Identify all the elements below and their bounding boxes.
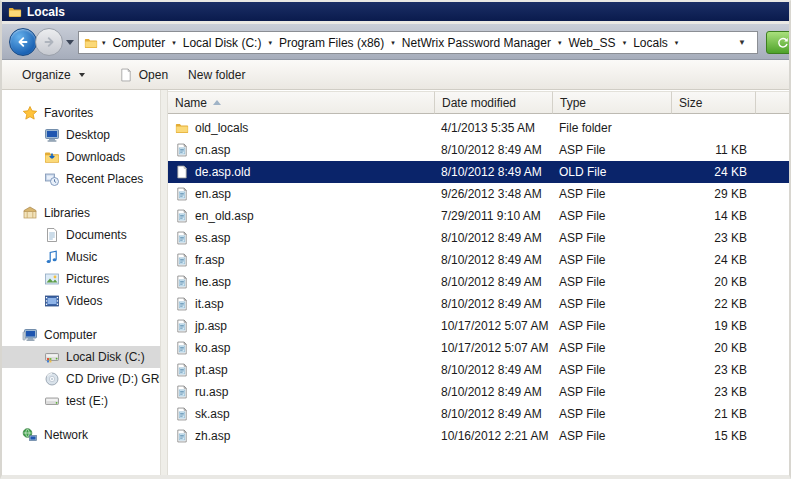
row-filler — [756, 117, 789, 139]
window-title: Locals — [27, 5, 65, 19]
sidebar-item-desktop[interactable]: Desktop — [2, 124, 160, 146]
file-name-cell: pt.asp — [168, 359, 435, 381]
breadcrumb-separator-icon[interactable]: ▾ — [387, 39, 399, 47]
title-bar[interactable]: Locals — [2, 2, 789, 21]
file-name-cell: ko.asp — [168, 337, 435, 359]
asp-file-icon — [175, 143, 189, 157]
address-history-dropdown-icon[interactable]: ▼ — [732, 38, 752, 47]
table-row-fr-asp[interactable]: fr.asp8/10/2012 8:49 AMASP File24 KB — [168, 249, 789, 271]
computer-icon — [22, 327, 38, 343]
sidebar-item-recent-places[interactable]: Recent Places — [2, 168, 160, 190]
address-bar[interactable]: ▾Computer▾Local Disk (C:)▾Program Files … — [78, 31, 758, 54]
sidebar-item-label: Documents — [66, 228, 127, 242]
back-button[interactable] — [9, 28, 37, 56]
sidebar-item-network[interactable]: Network — [2, 424, 160, 446]
column-header-label: Type — [560, 96, 586, 110]
file-name: ko.asp — [195, 337, 230, 359]
folder-icon — [175, 121, 189, 135]
table-row-it-asp[interactable]: it.asp8/10/2012 8:49 AMASP File22 KB — [168, 293, 789, 315]
drive-icon — [44, 393, 60, 409]
explorer-window: Locals ▾Computer▾Local Disk (C:)▾Program… — [0, 0, 791, 479]
file-name: en.asp — [195, 183, 231, 205]
breadcrumb-item-locals[interactable]: Locals — [630, 36, 671, 50]
row-filler — [756, 425, 789, 447]
navigation-bar: ▾Computer▾Local Disk (C:)▾Program Files … — [2, 24, 789, 60]
table-row-old-locals[interactable]: old_locals4/1/2013 5:35 AMFile folder — [168, 117, 789, 139]
star-icon — [22, 105, 38, 121]
breadcrumb-item-program-files-x86[interactable]: Program Files (x86) — [276, 36, 387, 50]
breadcrumb-item-web-ss[interactable]: Web_SS — [565, 36, 618, 50]
libraries-icon — [22, 205, 38, 221]
breadcrumb-separator-icon[interactable]: ▾ — [554, 39, 566, 47]
table-row-jp-asp[interactable]: jp.asp10/17/2012 5:07 AMASP File19 KB — [168, 315, 789, 337]
sidebar-item-music[interactable]: Music — [2, 246, 160, 268]
table-row-en-old-asp[interactable]: en_old.asp7/29/2011 9:10 AMASP File14 KB — [168, 205, 789, 227]
table-row-ko-asp[interactable]: ko.asp10/17/2012 5:07 AMASP File20 KB — [168, 337, 789, 359]
sidebar-item-computer[interactable]: Computer — [2, 324, 160, 346]
file-type: ASP File — [553, 271, 672, 293]
file-name: en_old.asp — [195, 205, 254, 227]
sidebar-item-local-disk-c[interactable]: Local Disk (C:) — [2, 346, 160, 368]
sidebar-item-pictures[interactable]: Pictures — [2, 268, 160, 290]
forward-arrow-icon — [41, 34, 57, 50]
row-filler — [756, 227, 789, 249]
sidebar-item-label: Downloads — [66, 150, 125, 164]
breadcrumb-item-computer[interactable]: Computer — [110, 36, 169, 50]
file-name: es.asp — [195, 227, 230, 249]
sidebar-item-videos[interactable]: Videos — [2, 290, 160, 312]
breadcrumb-separator-icon[interactable]: ▾ — [671, 39, 683, 47]
sidebar-item-libraries[interactable]: Libraries — [2, 202, 160, 224]
file-name: pt.asp — [195, 359, 228, 381]
table-row-es-asp[interactable]: es.asp8/10/2012 8:49 AMASP File23 KB — [168, 227, 789, 249]
asp-file-icon — [175, 297, 189, 311]
sidebar-item-test-e[interactable]: test (E:) — [2, 390, 160, 412]
breadcrumb-item-local-disk-c[interactable]: Local Disk (C:) — [180, 36, 265, 50]
sidebar-item-downloads[interactable]: Downloads — [2, 146, 160, 168]
sidebar-item-label: Local Disk (C:) — [66, 350, 145, 364]
file-type: ASP File — [553, 315, 672, 337]
sidebar-item-label: Recent Places — [66, 172, 143, 186]
pane-separator[interactable] — [160, 90, 168, 475]
column-header-name[interactable]: Name — [168, 91, 435, 114]
new-folder-label: New folder — [188, 68, 245, 82]
new-folder-button[interactable]: New folder — [180, 64, 253, 86]
desktop-icon — [44, 127, 60, 143]
table-row-ru-asp[interactable]: ru.asp8/10/2012 8:49 AMASP File23 KB — [168, 381, 789, 403]
breadcrumb-separator-icon[interactable]: ▾ — [98, 39, 110, 47]
file-name: old_locals — [195, 117, 248, 139]
column-header-date-modified[interactable]: Date modified — [435, 91, 553, 114]
breadcrumb-separator-icon[interactable]: ▾ — [264, 39, 276, 47]
file-date: 4/1/2013 5:35 AM — [435, 117, 553, 139]
breadcrumb-item-netwrix-password-manager[interactable]: NetWrix Password Manager — [399, 36, 554, 50]
sidebar-item-label: Favorites — [44, 106, 93, 120]
breadcrumb-separator-icon[interactable]: ▾ — [619, 39, 631, 47]
recent-pages-dropdown-icon[interactable] — [66, 40, 74, 45]
file-name: it.asp — [195, 293, 224, 315]
pictures-icon — [44, 271, 60, 287]
column-header-size[interactable]: Size — [672, 91, 756, 114]
column-header-label: Size — [679, 96, 702, 110]
table-row-he-asp[interactable]: he.asp8/10/2012 8:49 AMASP File20 KB — [168, 271, 789, 293]
forward-button[interactable] — [35, 28, 63, 56]
sidebar-item-documents[interactable]: Documents — [2, 224, 160, 246]
file-size: 24 KB — [672, 161, 756, 183]
table-row-zh-asp[interactable]: zh.asp10/16/2012 2:21 AMASP File15 KB — [168, 425, 789, 447]
back-arrow-icon — [15, 34, 31, 50]
file-name: sk.asp — [195, 403, 230, 425]
organize-button[interactable]: Organize — [14, 64, 93, 86]
refresh-button[interactable] — [766, 31, 791, 54]
table-row-de-asp-old[interactable]: de.asp.old8/10/2012 8:49 AMOLD File24 KB — [168, 161, 789, 183]
file-name: fr.asp — [195, 249, 224, 271]
sidebar-item-cd-drive-d-grmsxf[interactable]: CD Drive (D:) GRMSXF — [2, 368, 160, 390]
breadcrumb-separator-icon[interactable]: ▾ — [168, 39, 180, 47]
column-header-type[interactable]: Type — [553, 91, 672, 114]
sidebar-item-favorites[interactable]: Favorites — [2, 102, 160, 124]
file-name: he.asp — [195, 271, 231, 293]
file-size: 23 KB — [672, 381, 756, 403]
open-button[interactable]: Open — [111, 64, 176, 86]
table-row-cn-asp[interactable]: cn.asp8/10/2012 8:49 AMASP File11 KB — [168, 139, 789, 161]
table-row-pt-asp[interactable]: pt.asp8/10/2012 8:49 AMASP File23 KB — [168, 359, 789, 381]
table-row-en-asp[interactable]: en.asp9/26/2012 3:48 AMASP File29 KB — [168, 183, 789, 205]
file-name-cell: jp.asp — [168, 315, 435, 337]
table-row-sk-asp[interactable]: sk.asp8/10/2012 8:49 AMASP File21 KB — [168, 403, 789, 425]
